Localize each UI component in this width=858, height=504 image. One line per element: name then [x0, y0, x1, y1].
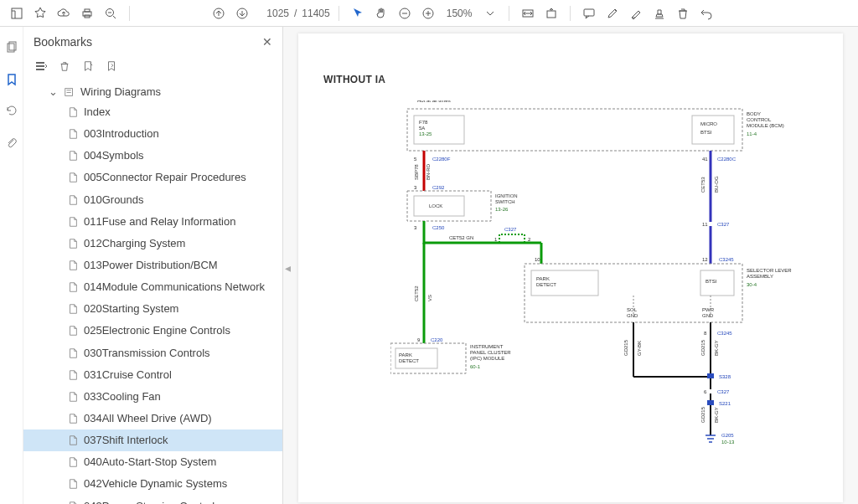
svg-text:GD215: GD215: [623, 339, 628, 356]
arrow-down-icon[interactable]: [232, 3, 252, 23]
svg-text:10-13: 10-13: [721, 440, 735, 445]
bookmark-item[interactable]: 003Introduction: [23, 123, 282, 145]
bookmarks-list[interactable]: ⌄ Wiring Diagrams Index003Introduction00…: [23, 80, 282, 504]
svg-rect-94: [707, 400, 714, 405]
bookmark-item[interactable]: 037Shift Interlock: [23, 429, 282, 451]
pen-icon[interactable]: [602, 3, 623, 23]
bookmark-item[interactable]: Index: [23, 101, 282, 123]
svg-text:VS: VS: [427, 295, 432, 301]
bookmark-label: 033Cooling Fan: [84, 388, 161, 405]
svg-text:Hot at all times: Hot at all times: [417, 100, 451, 103]
bookmarks-section[interactable]: ⌄ Wiring Diagrams: [23, 82, 282, 101]
hand-icon[interactable]: [371, 3, 391, 23]
expand-bookmark-icon[interactable]: [104, 59, 119, 74]
svg-text:BN-RD: BN-RD: [426, 163, 431, 180]
bookmark-item[interactable]: 012Charging System: [23, 233, 282, 255]
print-icon[interactable]: [77, 3, 97, 23]
svg-text:GD215: GD215: [700, 406, 706, 423]
delete-icon[interactable]: [57, 59, 72, 74]
svg-rect-26: [692, 116, 734, 144]
svg-text:41: 41: [702, 157, 708, 162]
svg-text:3: 3: [414, 185, 417, 190]
bookmark-item[interactable]: 030Transmission Controls: [23, 342, 282, 364]
bookmark-item[interactable]: 031Cruise Control: [23, 364, 282, 386]
page-icon: [67, 106, 79, 118]
bookmark-label: 010Grounds: [84, 192, 144, 208]
bookmark-item[interactable]: 043Power Steering Controls: [23, 496, 282, 504]
svg-rect-15: [36, 65, 44, 67]
star-icon[interactable]: [30, 3, 50, 23]
close-icon[interactable]: ✕: [262, 35, 272, 49]
bookmark-item[interactable]: 020Starting System: [23, 298, 282, 320]
cloud-upload-icon[interactable]: [54, 3, 74, 23]
fit-width-icon[interactable]: [518, 3, 538, 23]
svg-text:C220: C220: [431, 337, 443, 342]
zoom-out-icon[interactable]: [101, 3, 121, 23]
options-icon[interactable]: [34, 59, 49, 74]
bookmark-item[interactable]: 005Connector Repair Procedures: [23, 167, 282, 188]
section-label: Wiring Diagrams: [80, 85, 161, 98]
bookmark-item[interactable]: 014Module Communications Network: [23, 276, 282, 298]
svg-text:8: 8: [704, 331, 707, 336]
arrow-up-icon[interactable]: [209, 3, 229, 23]
chevron-down-icon[interactable]: ⌄: [49, 85, 59, 98]
svg-rect-19: [67, 92, 71, 93]
svg-text:C3245: C3245: [717, 331, 732, 336]
bookmark-label: 003Introduction: [84, 126, 159, 142]
zoom-plus-icon[interactable]: [418, 3, 438, 23]
attachment-icon[interactable]: [4, 136, 19, 151]
highlight-icon[interactable]: [626, 3, 646, 23]
page-current[interactable]: 1025: [256, 8, 289, 19]
bookmark-item[interactable]: 042Vehicle Dynamic Systems: [23, 473, 282, 495]
stamp-icon[interactable]: [649, 3, 669, 23]
svg-text:GY-BK: GY-BK: [637, 341, 642, 356]
bookmark-item[interactable]: 034All Wheel Drive (AWD): [23, 408, 282, 429]
page-icon: [67, 501, 79, 504]
svg-text:CET52: CET52: [414, 285, 419, 301]
chevron-down-icon[interactable]: [480, 3, 500, 23]
page-icon: [67, 194, 79, 206]
bookmark-label: 005Connector Repair Procedures: [84, 169, 246, 186]
svg-text:C327: C327: [504, 227, 517, 232]
svg-rect-16: [36, 69, 44, 70]
bookmark-item[interactable]: 025Electronic Engine Controls: [23, 320, 282, 342]
document-area[interactable]: ◂ WITHOUT IA Hot at all times F78 5A 13-…: [283, 27, 858, 504]
bookmark-item[interactable]: 011Fuse and Relay Information: [23, 211, 282, 233]
bookmark-item[interactable]: 040Auto-Start-Stop System: [23, 451, 282, 473]
add-bookmark-icon[interactable]: [80, 59, 96, 74]
bookmark-item[interactable]: 004Symbols: [23, 145, 282, 167]
copy-icon[interactable]: [4, 40, 19, 55]
svg-text:C2280C: C2280C: [717, 157, 737, 162]
svg-text:G205: G205: [721, 433, 734, 438]
svg-rect-89: [707, 373, 714, 378]
rotate-icon[interactable]: [541, 3, 561, 23]
menu-icon[interactable]: [7, 3, 27, 23]
svg-text:2: 2: [528, 237, 531, 242]
pointer-icon[interactable]: [348, 3, 368, 23]
svg-text:MICRO: MICRO: [700, 121, 717, 126]
svg-text:SELECTOR LEVERASSEMBLY: SELECTOR LEVERASSEMBLY: [747, 268, 792, 279]
history-icon[interactable]: [4, 104, 19, 119]
comment-icon[interactable]: [579, 3, 599, 23]
zoom-value[interactable]: 150%: [442, 8, 478, 19]
zoom-minus-icon[interactable]: [395, 3, 415, 23]
page-icon: [67, 150, 79, 162]
wiring-diagram: Hot at all times F78 5A 13-25 MICRO BTSI…: [390, 100, 826, 486]
svg-text:9: 9: [417, 337, 421, 342]
svg-text:30-4: 30-4: [747, 282, 757, 287]
bookmark-icon[interactable]: [4, 72, 19, 87]
bookmark-item[interactable]: 013Power Distribution/BCM: [23, 255, 282, 276]
bookmark-item[interactable]: 033Cooling Fan: [23, 386, 282, 408]
undo-icon[interactable]: [696, 3, 716, 23]
separator: [509, 6, 509, 21]
bookmark-item[interactable]: 010Grounds: [23, 189, 282, 211]
page-icon: [67, 456, 79, 468]
trash-icon[interactable]: [673, 3, 693, 23]
diagram-title: WITHOUT IA: [323, 74, 385, 85]
bookmark-label: 014Module Communications Network: [84, 279, 265, 296]
bookmarks-title: Bookmarks: [34, 35, 92, 49]
page-icon: [67, 128, 79, 140]
svg-text:BODYCONTROLMODULE (BCM): BODYCONTROLMODULE (BCM): [747, 111, 784, 128]
svg-text:6: 6: [704, 389, 707, 394]
collapse-panel-icon[interactable]: ◂: [285, 261, 291, 275]
